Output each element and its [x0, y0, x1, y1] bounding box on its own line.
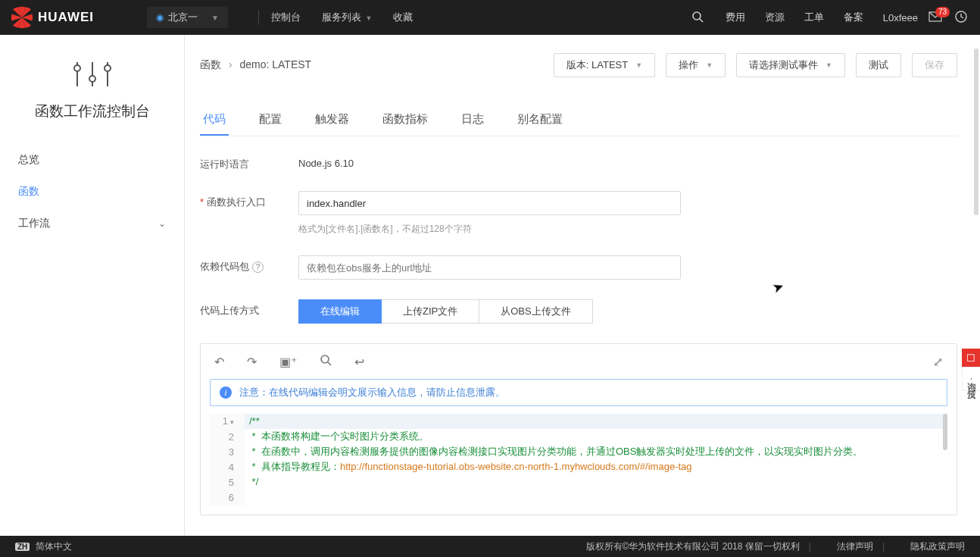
ops-selector[interactable]: 操作▼	[666, 53, 726, 77]
tab-metrics[interactable]: 函数指标	[379, 105, 431, 136]
sidebar-item-functions[interactable]: 函数	[0, 176, 184, 208]
region-selector[interactable]: ◉ 北京一 ▼	[147, 7, 228, 28]
svg-point-9	[105, 65, 111, 71]
entry-label: *函数执行入口	[200, 191, 298, 209]
search-icon[interactable]	[689, 11, 706, 25]
svg-line-11	[328, 362, 331, 365]
mail-icon[interactable]: 73	[927, 11, 944, 24]
mail-badge: 73	[935, 7, 950, 17]
dep-input[interactable]	[298, 255, 681, 280]
svg-point-0	[693, 12, 701, 20]
topbar: HUAWEI ◉ 北京一 ▼ 控制台 服务列表 ▼ 收藏 费用 资源 工单 备案…	[0, 0, 980, 35]
region-label: 北京一	[168, 11, 198, 24]
huawei-logo-icon	[11, 6, 33, 29]
chevron-down-icon: ▼	[635, 61, 642, 69]
format-icon[interactable]: ▣⁺	[279, 355, 297, 369]
feedback-tab[interactable]: ☐ 咨询 · 反馈	[962, 349, 980, 391]
location-pin-icon: ◉	[156, 12, 164, 23]
tab-config[interactable]: 配置	[256, 105, 285, 136]
clock-icon[interactable]	[953, 11, 969, 25]
gutter: 123456	[210, 414, 245, 505]
fullscreen-icon[interactable]: ⤢	[933, 355, 943, 369]
nav-record[interactable]: 备案	[844, 11, 863, 24]
nav-ticket[interactable]: 工单	[804, 11, 824, 24]
sidebar-item-overview[interactable]: 总览	[0, 144, 184, 176]
tabs: 代码 配置 触发器 函数指标 日志 别名配置	[200, 105, 957, 136]
upload-label: 代码上传方式	[200, 299, 298, 318]
brand-text: HUAWEI	[38, 10, 94, 25]
entry-input[interactable]	[298, 191, 681, 215]
svg-line-1	[700, 19, 703, 22]
crumb-current: demo: LATEST	[239, 58, 311, 70]
main-scrollbar[interactable]	[972, 35, 980, 535]
dep-label: 依赖代码包?	[200, 255, 298, 274]
chevron-down-icon: ▼	[826, 61, 832, 69]
sidebar-item-workflow[interactable]: 工作流⌄	[0, 208, 184, 239]
save-button: 保存	[912, 53, 957, 77]
upload-mode-segment: 在线编辑 上传ZIP文件 从OBS上传文件	[298, 299, 707, 324]
chevron-down-icon: ▼	[706, 61, 713, 69]
crumb-root[interactable]: 函数	[200, 58, 221, 70]
chevron-down-icon: ⌄	[158, 218, 166, 229]
code-editor: ↶ ↷ ▣⁺ ↩ ⤢ i 注意：在线代码编辑会明文展示输入信息，请防止信息泄露。	[200, 343, 957, 515]
tab-code[interactable]: 代码	[200, 105, 229, 136]
editor-alert: i 注意：在线代码编辑会明文展示输入信息，请防止信息泄露。	[210, 379, 947, 406]
feedback-icon[interactable]: ☐	[962, 349, 980, 367]
nav-services[interactable]: 服务列表 ▼	[322, 11, 372, 24]
main-content: 函数 › demo: LATEST 版本: LATEST▼ 操作▼ 请选择测试事…	[185, 35, 972, 535]
help-icon[interactable]: ?	[252, 261, 264, 273]
breadcrumb: 函数 › demo: LATEST	[200, 58, 311, 72]
test-button[interactable]: 测试	[856, 53, 901, 77]
seg-online-edit[interactable]: 在线编辑	[298, 299, 382, 324]
chevron-down-icon: ▼	[211, 14, 219, 22]
divider	[258, 10, 259, 25]
svg-point-10	[321, 355, 329, 363]
test-event-selector[interactable]: 请选择测试事件▼	[736, 53, 845, 77]
wrap-icon[interactable]: ↩	[354, 355, 364, 369]
nav-console[interactable]: 控制台	[271, 11, 301, 24]
redo-icon[interactable]: ↷	[247, 355, 257, 369]
tab-triggers[interactable]: 触发器	[312, 105, 352, 136]
nav-user[interactable]: L0xfeee	[883, 12, 918, 23]
nav-resource[interactable]: 资源	[765, 11, 785, 24]
code-area[interactable]: /** * 本函数将构建一个实时图片分类系统。 * 在函数中，调用内容检测服务提…	[245, 414, 947, 505]
entry-help: 格式为[文件名].[函数名]，不超过128个字符	[298, 223, 707, 236]
tab-logs[interactable]: 日志	[458, 105, 487, 136]
runtime-label: 运行时语言	[200, 153, 298, 171]
runtime-value: Node.js 6.10	[298, 153, 707, 169]
seg-upload-zip[interactable]: 上传ZIP文件	[382, 299, 479, 324]
seg-from-obs[interactable]: 从OBS上传文件	[479, 299, 592, 324]
search-code-icon[interactable]	[320, 354, 332, 369]
info-icon: i	[220, 386, 232, 399]
product-icon	[0, 58, 184, 91]
sidebar: 函数工作流控制台 总览 函数 工作流⌄	[0, 35, 185, 535]
tab-alias[interactable]: 别名配置	[514, 105, 566, 136]
nav-cost[interactable]: 费用	[726, 11, 745, 24]
svg-point-5	[74, 65, 80, 71]
svg-point-7	[89, 76, 95, 82]
sidebar-title: 函数工作流控制台	[0, 102, 184, 121]
undo-icon[interactable]: ↶	[214, 355, 224, 369]
nav-favorites[interactable]: 收藏	[393, 11, 413, 24]
version-selector[interactable]: 版本: LATEST▼	[554, 53, 655, 77]
chevron-down-icon: ▼	[364, 14, 372, 22]
brand[interactable]: HUAWEI	[11, 6, 147, 29]
